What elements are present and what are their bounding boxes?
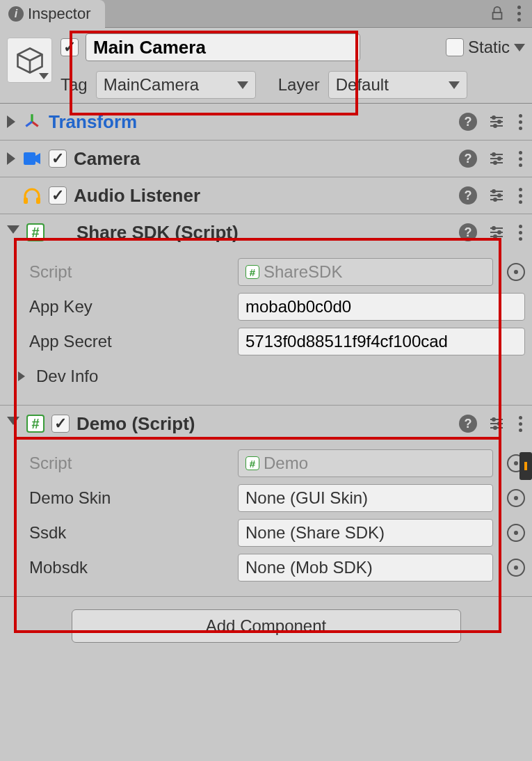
script-value: ShareSDK bbox=[264, 262, 342, 282]
appsecret-label: App Secret bbox=[29, 332, 231, 351]
appsecret-input[interactable] bbox=[238, 328, 525, 355]
foldout-icon[interactable] bbox=[18, 371, 25, 381]
object-picker-icon[interactable] bbox=[507, 524, 525, 542]
help-icon[interactable]: ? bbox=[459, 223, 477, 241]
svg-point-9 bbox=[492, 190, 495, 193]
script-value: Demo bbox=[264, 454, 308, 473]
foldout-icon[interactable] bbox=[7, 115, 15, 128]
static-dropdown-icon[interactable] bbox=[514, 44, 525, 51]
component-demo: # Demo (Script) ? Script # Demo Demo Ski… bbox=[0, 406, 532, 597]
headphones-icon bbox=[22, 186, 42, 205]
svg-point-16 bbox=[498, 422, 501, 425]
chevron-down-icon bbox=[449, 81, 460, 89]
static-checkbox[interactable] bbox=[446, 38, 464, 56]
preset-icon[interactable] bbox=[488, 415, 505, 432]
gameobject-active-checkbox[interactable] bbox=[61, 38, 79, 56]
preset-icon[interactable] bbox=[488, 187, 505, 204]
preset-icon[interactable] bbox=[488, 224, 505, 241]
tag-dropdown[interactable]: MainCamera bbox=[96, 71, 256, 99]
layer-dropdown[interactable]: Default bbox=[328, 71, 467, 99]
demoskin-label: Demo Skin bbox=[29, 488, 231, 508]
svg-point-13 bbox=[498, 231, 501, 234]
svg-point-17 bbox=[494, 426, 497, 429]
layer-value: Default bbox=[336, 75, 389, 95]
component-menu-icon[interactable] bbox=[516, 225, 525, 241]
svg-point-15 bbox=[492, 418, 495, 421]
inspector-menu-icon[interactable] bbox=[515, 6, 524, 22]
scrollbar-handle[interactable] bbox=[519, 452, 532, 480]
foldout-icon[interactable] bbox=[7, 152, 15, 165]
add-component-button[interactable]: Add Component bbox=[72, 609, 461, 643]
svg-point-5 bbox=[498, 157, 501, 160]
component-camera: Camera ? bbox=[0, 141, 532, 177]
lock-icon[interactable] bbox=[490, 6, 505, 22]
svg-point-6 bbox=[494, 161, 497, 164]
svg-point-2 bbox=[494, 125, 497, 127]
svg-point-1 bbox=[498, 120, 501, 123]
foldout-icon[interactable] bbox=[7, 417, 19, 431]
preset-icon[interactable] bbox=[488, 113, 505, 130]
object-picker-icon[interactable] bbox=[507, 489, 525, 507]
appkey-input[interactable] bbox=[238, 293, 525, 321]
component-title: Demo (Script) bbox=[76, 413, 452, 435]
ssdk-label: Ssdk bbox=[29, 523, 231, 543]
demoskin-value: None (GUI Skin) bbox=[245, 488, 368, 508]
component-audiolistener: Audio Listener ? bbox=[0, 177, 532, 214]
component-title: Camera bbox=[74, 148, 452, 170]
object-picker-icon[interactable] bbox=[507, 263, 525, 281]
svg-point-11 bbox=[494, 198, 497, 201]
script-icon: # bbox=[26, 223, 45, 241]
svg-point-0 bbox=[492, 116, 495, 119]
tag-label: Tag bbox=[61, 75, 88, 95]
layer-label: Layer bbox=[278, 75, 320, 95]
help-icon[interactable]: ? bbox=[459, 186, 477, 205]
svg-rect-7 bbox=[24, 198, 28, 204]
script-field: # ShareSDK bbox=[238, 258, 493, 286]
audio-enabled-checkbox[interactable] bbox=[49, 186, 67, 205]
svg-point-10 bbox=[498, 194, 501, 197]
demoskin-field[interactable]: None (GUI Skin) bbox=[238, 484, 493, 512]
foldout-icon[interactable] bbox=[7, 225, 19, 240]
component-title: Share SDK (Script) bbox=[76, 222, 452, 243]
script-icon: # bbox=[26, 415, 45, 433]
gameobject-icon[interactable] bbox=[7, 38, 52, 83]
script-field: # Demo bbox=[238, 449, 493, 477]
inspector-tab-bar: i Inspector bbox=[0, 0, 532, 28]
object-picker-icon[interactable] bbox=[507, 559, 525, 577]
static-label: Static bbox=[468, 38, 510, 57]
tag-value: MainCamera bbox=[104, 75, 199, 95]
gameobject-name-input[interactable] bbox=[86, 33, 360, 61]
component-menu-icon[interactable] bbox=[516, 114, 525, 130]
component-sharesdk: # Share SDK (Script) ? Script # ShareSDK… bbox=[0, 214, 532, 406]
ssdk-value: None (Share SDK) bbox=[245, 523, 385, 543]
component-transform: Transform ? bbox=[0, 104, 532, 141]
mobsdk-field[interactable]: None (Mob SDK) bbox=[238, 554, 493, 582]
help-icon[interactable]: ? bbox=[459, 150, 477, 168]
camera-icon bbox=[22, 149, 42, 168]
preset-icon[interactable] bbox=[488, 150, 505, 167]
svg-rect-8 bbox=[36, 198, 40, 204]
info-icon: i bbox=[8, 6, 24, 22]
svg-point-4 bbox=[492, 153, 495, 156]
inspector-tab[interactable]: i Inspector bbox=[0, 0, 105, 28]
script-icon: # bbox=[245, 265, 259, 279]
component-menu-icon[interactable] bbox=[516, 188, 525, 204]
chevron-down-icon bbox=[237, 81, 248, 89]
component-menu-icon[interactable] bbox=[516, 151, 525, 167]
help-icon[interactable]: ? bbox=[459, 415, 477, 433]
demo-enabled-checkbox[interactable] bbox=[51, 415, 70, 433]
gameobject-icon-dropdown-icon bbox=[39, 73, 49, 79]
gameobject-header: Static Tag MainCamera Layer Default bbox=[0, 28, 532, 104]
component-title: Transform bbox=[49, 111, 452, 133]
script-label: Script bbox=[29, 262, 231, 282]
inspector-tab-label: Inspector bbox=[28, 5, 91, 23]
component-menu-icon[interactable] bbox=[516, 416, 525, 432]
help-icon[interactable]: ? bbox=[459, 113, 477, 131]
devinfo-label: Dev Info bbox=[36, 367, 98, 386]
script-icon: # bbox=[245, 456, 259, 470]
svg-point-12 bbox=[492, 227, 495, 230]
ssdk-field[interactable]: None (Share SDK) bbox=[238, 519, 493, 547]
camera-enabled-checkbox[interactable] bbox=[49, 150, 67, 168]
add-component-label: Add Component bbox=[206, 616, 326, 636]
svg-rect-3 bbox=[24, 152, 35, 165]
